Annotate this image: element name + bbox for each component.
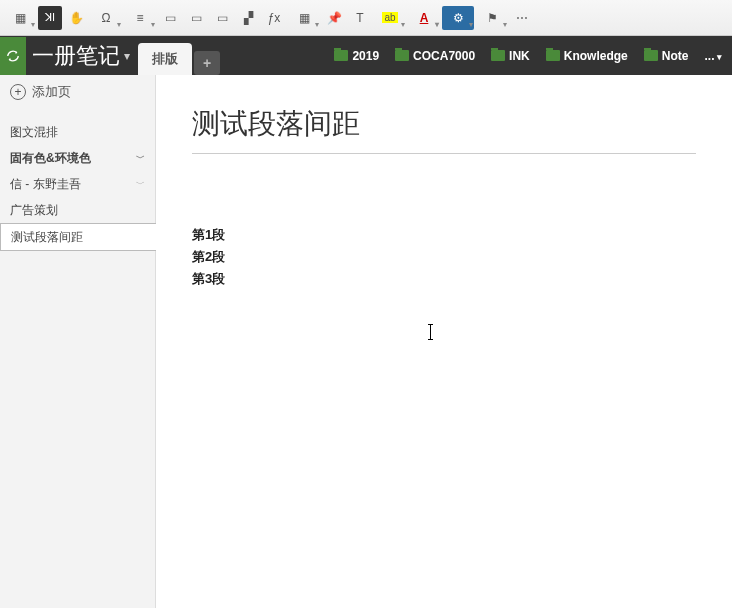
quicklink-label: 2019	[352, 49, 379, 63]
chevron-down-icon: ▾	[124, 49, 130, 63]
plus-circle-icon: +	[10, 84, 26, 100]
page-list: 图文混排固有色&环境色﹀信 - 东野圭吾﹀广告策划测试段落间距	[0, 109, 155, 251]
insert-block2-icon[interactable]: ▭	[184, 6, 208, 30]
toolbar: ▦ꓘI✋Ω≡▭▭▭▞ƒx▦📌TabA⚙⚑⋯	[0, 0, 732, 36]
quicklink-label: COCA7000	[413, 49, 475, 63]
text-select-icon[interactable]: ꓘI	[38, 6, 62, 30]
add-page-button[interactable]: + 添加页	[0, 75, 155, 109]
quicklink-label: Knowledge	[564, 49, 628, 63]
insert-block-icon[interactable]: ▭	[158, 6, 182, 30]
tab-label: 排版	[152, 50, 178, 68]
chart-icon[interactable]: ▞	[236, 6, 260, 30]
quick-links: 2019COCA7000INKKnowledgeNote... ▾	[330, 47, 732, 65]
tab-active[interactable]: 排版	[138, 43, 192, 75]
header-bar: 一册笔记 ▾ 排版 + 2019COCA7000INKKnowledgeNote…	[0, 36, 732, 75]
font-color-icon[interactable]: A	[408, 6, 440, 30]
page-sidebar: + 添加页 图文混排固有色&环境色﹀信 - 东野圭吾﹀广告策划测试段落间距	[0, 75, 156, 608]
chevron-down-icon: ﹀	[136, 175, 145, 193]
sync-button[interactable]	[0, 37, 26, 75]
folder-icon	[395, 50, 409, 61]
page-item[interactable]: 测试段落间距	[0, 223, 156, 251]
document-body[interactable]: 第1段第2段第3段	[192, 224, 696, 290]
equation-icon[interactable]: ƒx	[262, 6, 286, 30]
folder-icon	[334, 50, 348, 61]
add-tab-button[interactable]: +	[194, 51, 220, 75]
quicklink-ink[interactable]: INK	[487, 47, 534, 65]
paragraph[interactable]: 第2段	[192, 246, 696, 268]
page-item-label: 测试段落间距	[11, 228, 83, 246]
table-icon[interactable]: ▦	[4, 6, 36, 30]
paragraph[interactable]: 第1段	[192, 224, 696, 246]
page-item-label: 固有色&环境色	[10, 149, 91, 167]
quicklinks-more-button[interactable]: ... ▾	[700, 49, 726, 63]
notebook-title-label: 一册笔记	[32, 41, 120, 71]
page-item[interactable]: 信 - 东野圭吾﹀	[0, 171, 155, 197]
text-cursor-icon	[430, 324, 431, 340]
page-item-label: 信 - 东野圭吾	[10, 175, 81, 193]
insert-block3-icon[interactable]: ▭	[210, 6, 234, 30]
text-tool-icon[interactable]: T	[348, 6, 372, 30]
properties-icon[interactable]: ⚙	[442, 6, 474, 30]
flag-icon[interactable]: ⚑	[476, 6, 508, 30]
paragraph[interactable]: 第3段	[192, 268, 696, 290]
quicklink-2019[interactable]: 2019	[330, 47, 383, 65]
folder-icon	[644, 50, 658, 61]
add-page-label: 添加页	[32, 83, 71, 101]
quicklink-coca7000[interactable]: COCA7000	[391, 47, 479, 65]
page-title[interactable]: 测试段落间距	[192, 105, 696, 154]
chevron-down-icon: ﹀	[136, 149, 145, 167]
section-tabs: 排版 +	[138, 36, 222, 75]
editor-canvas[interactable]: 测试段落间距 第1段第2段第3段	[156, 75, 732, 608]
omega-icon[interactable]: Ω	[90, 6, 122, 30]
highlight-icon[interactable]: ab	[374, 6, 406, 30]
quicklink-knowledge[interactable]: Knowledge	[542, 47, 632, 65]
page-item[interactable]: 固有色&环境色﹀	[0, 145, 155, 171]
align-icon[interactable]: ≡	[124, 6, 156, 30]
folder-icon	[546, 50, 560, 61]
quicklink-note[interactable]: Note	[640, 47, 693, 65]
quicklink-label: Note	[662, 49, 689, 63]
notebook-selector[interactable]: 一册笔记 ▾	[26, 41, 138, 71]
chevron-down-icon: ▾	[714, 52, 722, 62]
pin-icon[interactable]: 📌	[322, 6, 346, 30]
page-item-label: 广告策划	[10, 201, 58, 219]
page-item[interactable]: 图文混排	[0, 119, 155, 145]
folder-icon	[491, 50, 505, 61]
hand-icon[interactable]: ✋	[64, 6, 88, 30]
page-item-label: 图文混排	[10, 123, 58, 141]
page-item[interactable]: 广告策划	[0, 197, 155, 223]
calendar-icon[interactable]: ▦	[288, 6, 320, 30]
more-icon[interactable]: ⋯	[510, 6, 534, 30]
quicklink-label: INK	[509, 49, 530, 63]
